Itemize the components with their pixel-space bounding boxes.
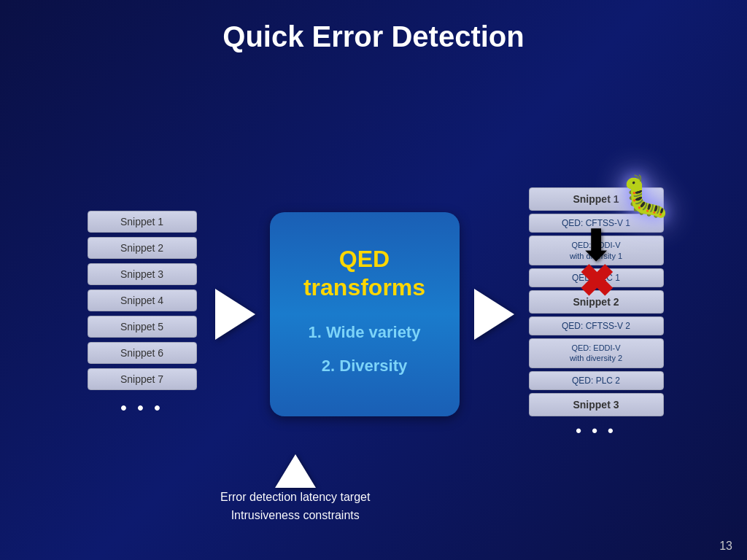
slide-title: Quick Error Detection	[0, 0, 747, 68]
left-snippet-6: Snippet 6	[88, 342, 197, 364]
slide: Quick Error Detection Snippet 1 Snippet …	[0, 0, 747, 560]
bottom-line1: Error detection latency target	[220, 488, 370, 507]
bug-icon: 🐛	[621, 173, 671, 220]
qed-item1: 1. Wide variety	[309, 323, 421, 342]
qed-box: QED transforms 1. Wide variety 2. Divers…	[270, 212, 460, 416]
left-snippet-4: Snippet 4	[88, 289, 197, 311]
main-content: Snippet 1 Snippet 2 Snippet 3 Snippet 4 …	[0, 68, 747, 560]
up-arrow-icon	[275, 454, 316, 488]
right-qed-plc2: QED: PLC 2	[529, 371, 664, 390]
right-snippet-3: Snippet 3	[529, 393, 664, 416]
right-arrow	[474, 289, 514, 340]
right-snippets: 🐛 ⬇ ✖ Snippet 1 QED: CFTSS-V 1 QED: EDDI…	[529, 187, 664, 440]
left-snippet-7: Snippet 7	[88, 368, 197, 390]
left-arrow	[215, 289, 255, 340]
left-snippet-1: Snippet 1	[88, 211, 197, 233]
qed-item2: 2. Diversity	[322, 357, 407, 376]
qed-title-line1: QED	[339, 246, 390, 272]
x-mark-icon: ✖	[578, 260, 614, 304]
left-snippet-3: Snippet 3	[88, 263, 197, 285]
slide-number: 13	[719, 540, 732, 553]
bottom-text: Error detection latency target Intrusive…	[220, 488, 370, 525]
left-snippet-2: Snippet 2	[88, 237, 197, 259]
overlay-arrows: ⬇ ✖	[578, 224, 614, 304]
left-snippet-5: Snippet 5	[88, 316, 197, 338]
qed-title: QED transforms	[303, 245, 425, 301]
bottom-line2: Intrusiveness constraints	[220, 506, 370, 525]
right-qed-eddi-v2: QED: EDDI-Vwith diversity 2	[529, 338, 664, 368]
right-dots: • • •	[529, 421, 664, 440]
bottom-section: Error detection latency target Intrusive…	[220, 454, 370, 525]
left-dots: • • •	[120, 397, 163, 418]
left-snippets: Snippet 1 Snippet 2 Snippet 3 Snippet 4 …	[84, 211, 201, 418]
qed-title-line2: transforms	[303, 274, 425, 300]
right-qed-cftss-v2: QED: CFTSS-V 2	[529, 316, 664, 335]
